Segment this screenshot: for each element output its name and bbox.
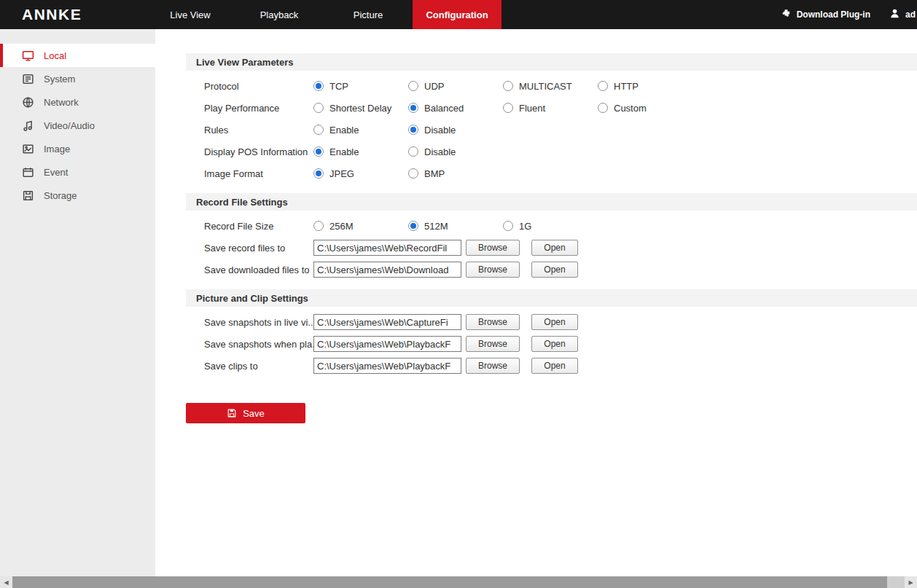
radio-icon[interactable] — [313, 81, 324, 91]
scrollbar-track[interactable] — [12, 576, 905, 588]
radio-option[interactable]: Fluent — [503, 103, 598, 114]
sidebar-item-event[interactable]: Event — [0, 160, 155, 184]
open-button[interactable]: Open — [531, 240, 578, 256]
scroll-right-arrow[interactable]: ▶ — [905, 576, 917, 588]
radio-icon[interactable] — [503, 103, 513, 113]
radio-option[interactable]: 512M — [408, 221, 503, 232]
download-plugin-label: Download Plug-in — [797, 9, 870, 20]
globe-icon — [22, 96, 34, 109]
user-menu[interactable]: ad — [889, 8, 916, 21]
sidebar-item-system[interactable]: System — [0, 67, 155, 90]
path-input[interactable] — [313, 336, 461, 352]
path-input[interactable] — [313, 358, 461, 374]
radio-option[interactable]: 1G — [503, 221, 598, 232]
radio-option[interactable]: Custom — [598, 103, 692, 114]
topbar: ANNKE Live View Playback Picture Configu… — [0, 0, 917, 29]
download-plugin-button[interactable]: Download Plug-in — [781, 8, 870, 21]
radio-option[interactable]: HTTP — [598, 81, 692, 92]
field-label: Protocol — [204, 81, 313, 92]
radio-option[interactable]: Disable — [408, 146, 503, 157]
sidebar-item-storage[interactable]: Storage — [0, 184, 155, 207]
path-input[interactable] — [313, 262, 461, 278]
section-rows: Save snapshots in live vi...BrowseOpenSa… — [155, 307, 917, 380]
radio-icon[interactable] — [503, 81, 513, 91]
image-icon — [22, 143, 34, 155]
radio-option[interactable]: JPEG — [313, 168, 408, 179]
radio-option-label: JPEG — [329, 168, 354, 179]
radio-icon[interactable] — [313, 125, 324, 135]
field-label: Save clips to — [204, 361, 313, 372]
field-label: Image Format — [204, 168, 313, 179]
radio-option[interactable]: Balanced — [408, 103, 503, 114]
field-label: Display POS Information — [204, 146, 313, 157]
open-button[interactable]: Open — [531, 358, 578, 374]
browse-button[interactable]: Browse — [466, 262, 520, 278]
radio-option[interactable]: Enable — [313, 146, 408, 157]
path-row: Save snapshots when pla...BrowseOpen — [204, 333, 917, 355]
radio-option[interactable]: 256M — [313, 221, 408, 232]
sidebar-item-network[interactable]: Network — [0, 90, 155, 114]
open-button[interactable]: Open — [531, 336, 578, 352]
config-content: Live View ParametersProtocolTCPUDPMULTIC… — [155, 29, 917, 576]
radio-option[interactable]: MULTICAST — [503, 81, 598, 92]
field-label: Rules — [204, 125, 313, 136]
save-button-label: Save — [243, 408, 265, 419]
topbar-right: Download Plug-in ad — [781, 0, 917, 29]
tab-configuration[interactable]: Configuration — [413, 0, 502, 29]
radio-icon[interactable] — [408, 103, 418, 113]
section-rows: ProtocolTCPUDPMULTICASTHTTPPlay Performa… — [155, 71, 917, 187]
scroll-left-arrow[interactable]: ◀ — [0, 576, 12, 588]
scrollbar-thumb[interactable] — [12, 576, 887, 588]
open-button[interactable]: Open — [531, 262, 578, 278]
browse-button[interactable]: Browse — [466, 314, 520, 330]
open-button[interactable]: Open — [531, 314, 578, 330]
sidebar-item-label: Image — [44, 144, 70, 154]
audio-note-icon — [22, 119, 34, 132]
settings-section: Live View ParametersProtocolTCPUDPMULTIC… — [155, 53, 917, 187]
sidebar-item-label: Network — [44, 97, 79, 108]
radio-icon[interactable] — [408, 221, 418, 231]
sidebar-item-image[interactable]: Image — [0, 137, 155, 160]
radio-icon[interactable] — [408, 81, 418, 91]
radio-icon[interactable] — [503, 221, 513, 231]
sidebar-item-video-audio[interactable]: Video/Audio — [0, 114, 155, 137]
radio-icon[interactable] — [408, 146, 418, 157]
browse-button[interactable]: Browse — [466, 358, 520, 374]
browse-button[interactable]: Browse — [466, 336, 520, 352]
browse-button[interactable]: Browse — [466, 240, 520, 256]
radio-option-label: Enable — [329, 125, 359, 136]
radio-option[interactable]: Disable — [408, 125, 503, 136]
section-header: Picture and Clip Settings — [186, 289, 917, 307]
radio-option-label: Disable — [424, 146, 456, 157]
radio-option[interactable]: Enable — [313, 125, 408, 136]
sidebar-item-label: Video/Audio — [44, 120, 95, 131]
field-label: Save record files to — [204, 243, 313, 254]
path-input[interactable] — [313, 314, 461, 330]
path-input[interactable] — [313, 240, 461, 256]
tab-picture[interactable]: Picture — [324, 0, 413, 29]
save-icon — [227, 408, 237, 418]
radio-option[interactable]: Shortest Delay — [313, 103, 408, 114]
radio-option[interactable]: BMP — [408, 168, 503, 179]
radio-option[interactable]: UDP — [408, 81, 503, 92]
radio-option-label: 256M — [329, 221, 354, 232]
storage-icon — [22, 189, 34, 202]
tab-live-view[interactable]: Live View — [146, 0, 235, 29]
sidebar-item-label: System — [44, 74, 75, 85]
radio-option-label: BMP — [424, 168, 445, 179]
horizontal-scrollbar[interactable]: ◀ ▶ — [0, 576, 917, 588]
radio-option[interactable]: TCP — [313, 81, 408, 92]
sidebar-item-local[interactable]: Local — [0, 44, 155, 67]
save-button[interactable]: Save — [186, 403, 305, 423]
radio-icon[interactable] — [598, 103, 608, 113]
radio-icon[interactable] — [313, 221, 324, 231]
tab-playback[interactable]: Playback — [235, 0, 324, 29]
path-row: Save downloaded files toBrowseOpen — [204, 259, 917, 281]
radio-icon[interactable] — [313, 168, 324, 179]
radio-icon[interactable] — [313, 146, 324, 157]
radio-icon[interactable] — [598, 81, 608, 91]
radio-icon[interactable] — [408, 168, 418, 179]
radio-icon[interactable] — [408, 125, 418, 135]
radio-option-label: Fluent — [519, 103, 545, 114]
radio-icon[interactable] — [313, 103, 324, 113]
